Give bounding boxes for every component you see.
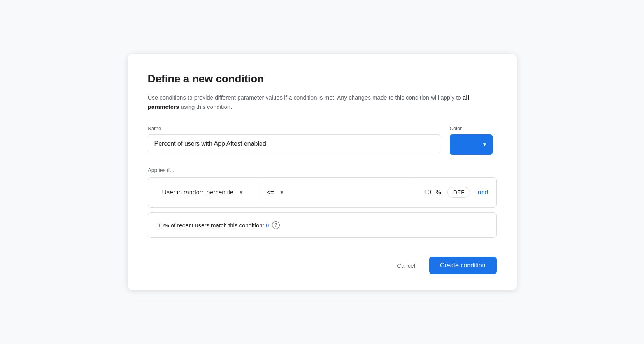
name-label: Name	[148, 126, 440, 131]
operator-label: <=	[267, 189, 274, 196]
color-label: Color	[450, 126, 497, 131]
description-text-1: Use conditions to provide different para…	[148, 94, 463, 101]
percent-sign: %	[434, 189, 443, 196]
description-text-2: using this condition.	[179, 103, 232, 110]
def-badge-button[interactable]: DEF	[447, 187, 470, 198]
condition-type-label: User in random percentile	[162, 189, 233, 196]
help-icon[interactable]: ?	[272, 221, 280, 229]
color-picker-button[interactable]: ▼	[450, 134, 493, 155]
name-color-row: Name Color ▼	[148, 126, 497, 155]
operator-dropdown[interactable]: <= ▼	[261, 185, 407, 200]
match-text: 10% of recent users match this condition…	[158, 222, 269, 229]
create-condition-button[interactable]: Create condition	[429, 257, 497, 274]
percentile-value-input[interactable]	[411, 185, 434, 200]
name-input[interactable]	[148, 134, 440, 153]
chevron-down-icon: ▼	[483, 142, 487, 147]
define-condition-dialog: Define a new condition Use conditions to…	[128, 54, 517, 290]
vertical-divider	[259, 185, 259, 200]
chevron-down-icon: ▼	[279, 190, 284, 195]
match-info-box: 10% of recent users match this condition…	[148, 212, 497, 238]
name-field-group: Name	[148, 126, 440, 153]
and-link[interactable]: and	[478, 189, 488, 196]
dialog-footer: Cancel Create condition	[148, 257, 497, 274]
chevron-down-icon: ▼	[239, 190, 244, 195]
condition-type-dropdown[interactable]: User in random percentile ▼	[156, 185, 257, 200]
color-field-group: Color ▼	[450, 126, 497, 155]
match-count: 0	[266, 222, 269, 229]
applies-if-label: Applies if...	[148, 167, 497, 173]
condition-row: User in random percentile ▼ <= ▼ % DEF a…	[148, 177, 497, 208]
vertical-divider-2	[409, 185, 409, 200]
dialog-title: Define a new condition	[148, 73, 497, 85]
cancel-button[interactable]: Cancel	[389, 258, 423, 274]
match-text-before: 10% of recent users match this condition…	[158, 222, 266, 229]
dialog-description: Use conditions to provide different para…	[148, 93, 497, 112]
